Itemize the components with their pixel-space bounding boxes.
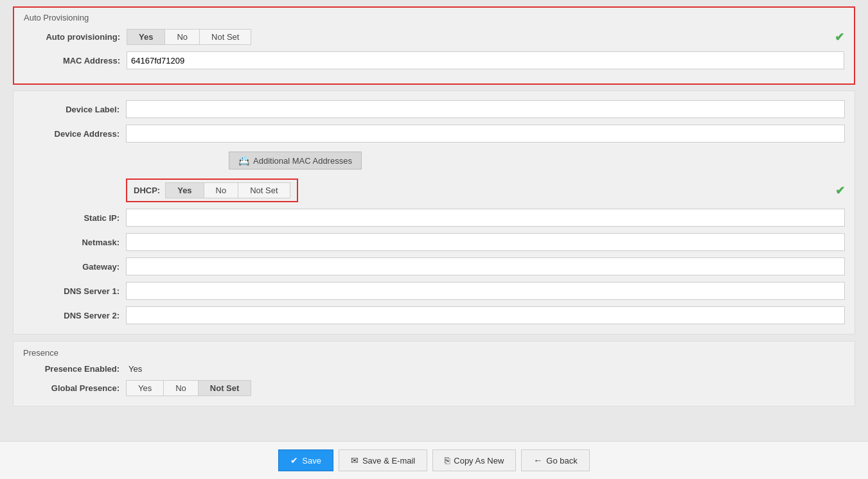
go-back-button[interactable]: ← Go back — [521, 449, 589, 471]
gateway-input[interactable] — [126, 257, 845, 275]
go-back-label: Go back — [546, 456, 577, 466]
auto-provisioning-title: Auto Provisioning — [24, 13, 844, 22]
save-email-label: Save & E-mail — [362, 456, 415, 466]
mac-address-book-icon: 📇 — [238, 155, 249, 166]
back-icon: ← — [533, 455, 542, 466]
global-presence-no[interactable]: No — [163, 380, 198, 396]
save-button[interactable]: ✔ Save — [278, 449, 333, 471]
dhcp-yes[interactable]: Yes — [165, 182, 203, 198]
static-ip-label: Static IP: — [23, 213, 126, 223]
mac-address-input[interactable] — [127, 51, 844, 69]
dhcp-label: DHCP: — [134, 186, 160, 195]
dhcp-no[interactable]: No — [204, 182, 238, 198]
auto-provisioning-no[interactable]: No — [164, 29, 199, 45]
save-email-button[interactable]: ✉ Save & E-mail — [339, 449, 427, 471]
auto-provisioning-yes[interactable]: Yes — [127, 29, 164, 45]
mac-address-label: MAC Address: — [24, 56, 127, 65]
email-icon: ✉ — [351, 455, 359, 466]
save-icon: ✔ — [290, 455, 298, 466]
dns-server-1-label: DNS Server 1: — [23, 286, 126, 296]
device-address-input[interactable] — [126, 125, 845, 143]
presence-enabled-value: Yes — [128, 364, 142, 374]
presence-title: Presence — [23, 348, 845, 358]
dns-server-1-input[interactable] — [126, 282, 845, 300]
device-address-label: Device Address: — [23, 129, 126, 139]
copy-as-new-button[interactable]: ⎘ Copy As New — [432, 449, 516, 471]
device-label-input[interactable] — [126, 100, 845, 118]
save-label: Save — [302, 456, 321, 466]
global-presence-label: Global Presence: — [23, 383, 126, 393]
copy-icon: ⎘ — [445, 455, 450, 466]
copy-as-new-label: Copy As New — [454, 456, 504, 466]
auto-provisioning-toggle-group: Yes No Not Set — [127, 29, 827, 45]
global-presence-not-set[interactable]: Not Set — [198, 380, 252, 396]
dhcp-toggle-group: Yes No Not Set — [165, 182, 290, 198]
dhcp-check-icon: ✔ — [835, 184, 845, 198]
netmask-input[interactable] — [126, 233, 845, 251]
gateway-label: Gateway: — [23, 262, 126, 272]
dns-server-2-label: DNS Server 2: — [23, 311, 126, 320]
global-presence-toggle-group: Yes No Not Set — [126, 380, 845, 396]
additional-mac-label: Additional MAC Addresses — [253, 156, 352, 166]
additional-mac-button[interactable]: 📇 Additional MAC Addresses — [229, 152, 362, 170]
dhcp-border-group: DHCP: Yes No Not Set — [126, 179, 298, 202]
global-presence-yes[interactable]: Yes — [126, 380, 163, 396]
auto-provisioning-not-set[interactable]: Not Set — [199, 29, 251, 45]
netmask-label: Netmask: — [23, 238, 126, 247]
device-label-label: Device Label: — [23, 105, 126, 114]
auto-provisioning-label: Auto provisioning: — [24, 32, 127, 42]
dhcp-not-set[interactable]: Not Set — [238, 182, 290, 198]
static-ip-input[interactable] — [126, 209, 845, 227]
presence-enabled-label: Presence Enabled: — [23, 364, 126, 374]
dns-server-2-input[interactable] — [126, 306, 845, 324]
auto-provisioning-check-icon: ✔ — [835, 30, 844, 44]
footer-bar: ✔ Save ✉ Save & E-mail ⎘ Copy As New ← G… — [0, 441, 868, 479]
